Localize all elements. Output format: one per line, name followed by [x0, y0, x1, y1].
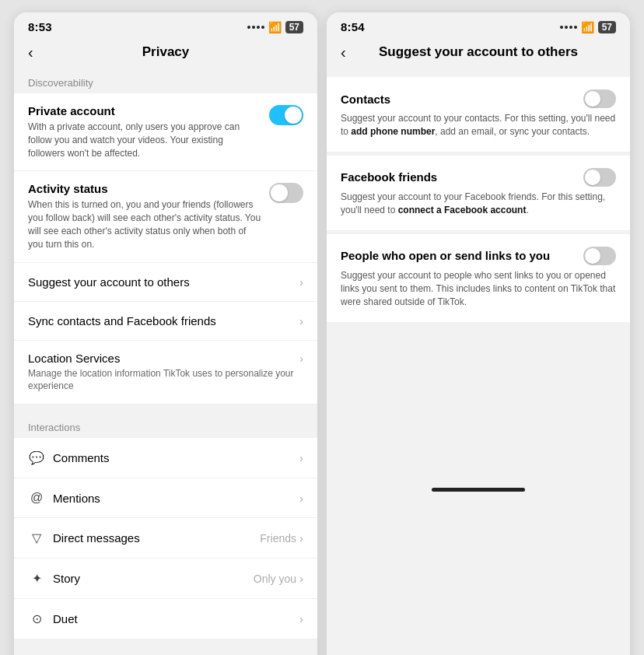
toggle-knob: [285, 107, 302, 124]
private-account-title: Private account: [28, 104, 261, 117]
contacts-desc: Suggest your account to your contacts. F…: [341, 112, 616, 139]
comments-row[interactable]: 💬 Comments ›: [14, 438, 317, 478]
top-space-right: [327, 68, 630, 74]
chevron-mentions: ›: [299, 492, 303, 505]
private-account-toggle[interactable]: [269, 105, 303, 125]
open-links-title: People who open or send links to you: [341, 249, 550, 262]
duet-row[interactable]: ⊙ Duet ›: [14, 599, 317, 639]
story-row[interactable]: ✦ Story Only you ›: [14, 559, 317, 599]
signal-dots-right: [560, 26, 577, 29]
bottom-space-left: [14, 639, 317, 655]
activity-status-row: Activity status When this is turned on, …: [14, 171, 317, 262]
facebook-friends-desc: Suggest your account to your Facebook fr…: [341, 191, 616, 218]
battery-right: 57: [598, 21, 616, 33]
status-icons-right: 📶 57: [560, 21, 616, 33]
open-links-desc: Suggest your account to people who sent …: [341, 269, 616, 310]
back-button-left[interactable]: ‹: [28, 44, 33, 61]
open-links-toggle[interactable]: [583, 247, 616, 265]
right-screen: 8:54 📶 57 ‹ Suggest your account to othe…: [327, 12, 630, 655]
chevron-dm: ›: [299, 531, 303, 545]
duet-icon: ⊙: [28, 611, 45, 626]
story-icon: ✦: [28, 571, 45, 586]
location-services-row[interactable]: Location Services › Manage the location …: [14, 341, 317, 405]
chevron-suggest-account: ›: [299, 275, 303, 289]
suggest-account-row[interactable]: Suggest your account to others ›: [14, 263, 317, 302]
left-screen: 8:53 📶 57 ‹ Privacy Discoverability Priv…: [14, 12, 317, 655]
wifi-icon-left: 📶: [268, 21, 282, 33]
chevron-story: ›: [299, 572, 303, 585]
wifi-icon-right: 📶: [581, 21, 594, 33]
private-account-row: Private account With a private account, …: [14, 93, 317, 171]
facebook-friends-toggle[interactable]: [583, 168, 616, 187]
activity-status-desc: When this is turned on, you and your fri…: [28, 198, 261, 250]
section-label-discoverability: Discoverability: [14, 68, 317, 93]
duet-label: Duet: [53, 612, 78, 625]
contacts-title: Contacts: [341, 93, 390, 106]
bottom-space-right: [327, 326, 630, 482]
signal-dots-left: [247, 26, 264, 29]
open-links-toggle-knob: [585, 248, 600, 264]
mentions-icon: @: [28, 491, 45, 505]
activity-status-title: Activity status: [28, 182, 261, 195]
contacts-toggle[interactable]: [583, 89, 616, 108]
open-links-card: People who open or send links to you Sug…: [327, 234, 630, 323]
direct-messages-row[interactable]: ▽ Direct messages Friends ›: [14, 518, 317, 559]
sync-contacts-label: Sync contacts and Facebook friends: [28, 314, 216, 328]
direct-messages-value: Friends: [260, 532, 296, 545]
sync-contacts-row[interactable]: Sync contacts and Facebook friends ›: [14, 302, 317, 341]
battery-left: 57: [285, 21, 303, 33]
nav-header-right: ‹ Suggest your account to others: [327, 38, 630, 68]
facebook-toggle-knob: [585, 170, 600, 185]
back-button-right[interactable]: ‹: [341, 44, 346, 61]
chevron-duet: ›: [299, 612, 303, 625]
story-label: Story: [53, 572, 80, 585]
suggest-account-label: Suggest your account to others: [28, 275, 190, 289]
location-services-title: Location Services: [28, 352, 120, 365]
chevron-sync-contacts: ›: [299, 314, 303, 328]
contacts-toggle-knob: [585, 91, 600, 107]
facebook-friends-card: Facebook friends Suggest your account to…: [327, 156, 630, 231]
private-account-desc: With a private account, only users you a…: [28, 121, 261, 159]
direct-messages-label: Direct messages: [53, 531, 140, 545]
status-icons-left: 📶 57: [247, 21, 303, 33]
home-indicator-right: [432, 488, 525, 492]
mentions-label: Mentions: [53, 492, 100, 505]
screens-container: 8:53 📶 57 ‹ Privacy Discoverability Priv…: [2, 0, 642, 655]
status-bar-left: 8:53 📶 57: [14, 12, 317, 38]
contacts-card: Contacts Suggest your account to your co…: [327, 77, 630, 152]
comments-icon: 💬: [28, 450, 45, 465]
page-title-right: Suggest your account to others: [379, 44, 578, 60]
story-value: Only you: [254, 573, 296, 585]
chevron-comments: ›: [299, 451, 303, 464]
location-services-desc: Manage the location information TikTok u…: [28, 367, 303, 394]
home-bar-right: [327, 482, 630, 499]
facebook-friends-title: Facebook friends: [341, 170, 437, 184]
status-bar-right: 8:54 📶 57: [327, 12, 630, 38]
nav-header-left: ‹ Privacy: [14, 38, 317, 68]
time-left: 8:53: [28, 20, 52, 33]
activity-status-toggle[interactable]: [269, 183, 303, 203]
chevron-location: ›: [299, 352, 303, 365]
section-divider: [14, 405, 317, 412]
time-right: 8:54: [341, 20, 365, 33]
toggle-knob-2: [271, 184, 288, 201]
mentions-row[interactable]: @ Mentions ›: [14, 478, 317, 518]
comments-label: Comments: [53, 451, 110, 464]
section-label-interactions: Interactions: [14, 412, 317, 438]
direct-messages-icon: ▽: [28, 531, 45, 545]
page-title-left: Privacy: [142, 44, 190, 60]
